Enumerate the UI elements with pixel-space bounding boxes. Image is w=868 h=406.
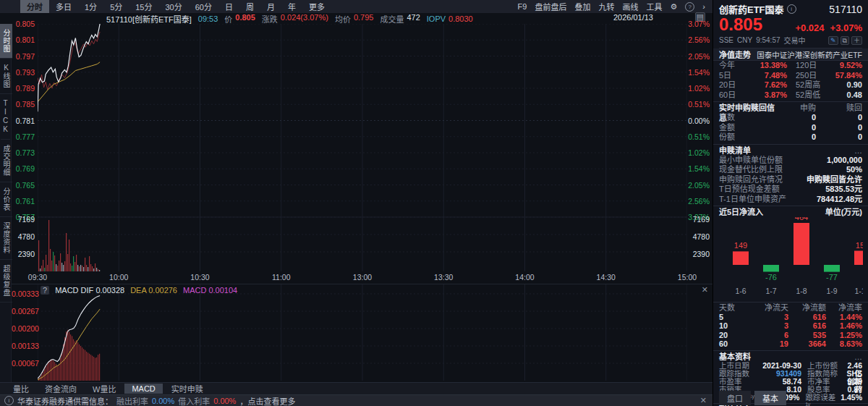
period-tab[interactable]: 更多 — [302, 0, 331, 13]
basic-value: 1.45% — [841, 394, 862, 402]
period-tab[interactable]: 5分 — [103, 0, 129, 13]
currency-label: CNY — [737, 36, 752, 44]
toolbar-item[interactable]: 叠加 — [574, 1, 590, 12]
period-tab[interactable]: 年 — [281, 0, 302, 13]
subscription-row: 金额00 — [719, 123, 862, 133]
period-tab[interactable]: 周 — [239, 0, 260, 13]
percent-axis-label: 0.51% — [688, 132, 710, 141]
column-header: 净流率 — [826, 303, 862, 313]
intraday-chart[interactable] — [38, 24, 687, 271]
svg-text:156: 156 — [856, 241, 863, 250]
redeem-row: 现金替代比例上限50% — [719, 165, 862, 175]
period-tab[interactable]: 15分 — [129, 0, 158, 13]
more-button[interactable]: … — [854, 145, 862, 156]
sidebar-item-view[interactable]: 深度资料 — [0, 217, 12, 260]
time-axis-label: 15:00 — [678, 273, 697, 282]
volume-axis-label: 2390 — [18, 250, 35, 258]
basic-value: 2021-09-30 — [757, 362, 801, 370]
chart-workspace: 分时多日1分5分15分30分60分日周月年更多 F9盘前盘后叠加九转画线工具⚙?… — [0, 0, 712, 406]
svg-text:-77: -77 — [826, 273, 838, 282]
status-text: 华泰证券融券通供需信息： — [17, 395, 113, 406]
close-icon[interactable]: ✕ — [702, 285, 708, 295]
plus-icon[interactable]: ＋ — [851, 36, 862, 45]
price-axis-label: 0.773 — [16, 148, 35, 157]
price-axis-label: 0.781 — [16, 117, 35, 125]
panel-tab[interactable]: 盘口 — [719, 391, 751, 405]
redeem-label: T-1日单位申赎资产 — [719, 195, 786, 205]
edit-icon[interactable]: ✎ — [828, 36, 838, 45]
basic-value: 931409 — [757, 370, 801, 378]
macd-chart[interactable] — [38, 284, 687, 382]
price-axis-label: 0.789 — [16, 84, 35, 93]
cell: 5 — [719, 313, 744, 322]
help-icon[interactable]: ? — [685, 2, 694, 12]
sidebar-item-view[interactable]: 超级复盘 — [0, 260, 12, 303]
macd-dea-value: DEA 0.00276 — [130, 286, 177, 295]
stock-code: 517110 — [829, 4, 862, 15]
sidebar-item-view[interactable]: K线图 — [0, 59, 12, 94]
indicator-tab[interactable]: 资金流向 — [38, 382, 84, 395]
sidebar-item-view[interactable]: 分价表 — [0, 182, 12, 217]
nav-trend-row: 净值走势 国泰中证沪港深创新药产业ETF — [713, 48, 868, 61]
indicator-tab[interactable]: 量比 — [6, 382, 36, 395]
price-axis-label: 0.785 — [16, 100, 35, 109]
period-tab[interactable]: 多日 — [49, 0, 78, 13]
time-axis-label: 11:00 — [272, 273, 291, 282]
flow-chart-title: 近5日净流入 — [719, 207, 763, 217]
price-axis: 0.8050.8010.7970.7930.7890.7850.7810.777… — [12, 24, 36, 271]
toolbar-item[interactable]: 盘前盘后 — [535, 1, 566, 12]
time-axis-label: 09:30 — [28, 273, 47, 282]
sidebar-item-active[interactable]: 分时图 — [0, 24, 12, 59]
indicator-tabs: 量比资金流向W量比MACD实时申赎 — [0, 382, 712, 394]
subscription-value: 0 — [778, 113, 816, 123]
more-button[interactable]: … — [854, 352, 862, 362]
period-tab[interactable]: 1分 — [78, 0, 103, 13]
macd-axis-label: 0.00067 — [12, 359, 35, 368]
panel-tab[interactable]: 基本 — [754, 391, 786, 405]
status-more-link[interactable]: ，点击查看更多 — [239, 395, 295, 406]
sidebar-item-view[interactable]: TICK — [1, 94, 10, 140]
period-tab[interactable]: 60分 — [189, 0, 218, 13]
subscription-row: 份额00 — [719, 132, 862, 143]
period-tab[interactable]: 分时 — [20, 0, 49, 13]
time-axis-label: 13:00 — [353, 273, 372, 282]
perf-label: 250日 — [787, 71, 833, 81]
copy-icon[interactable]: ⧉ — [841, 36, 849, 45]
period-tab[interactable]: 月 — [260, 0, 281, 13]
gear-icon[interactable]: ⚙ — [670, 2, 677, 12]
volume-axis-label: 7169 — [18, 215, 35, 224]
redeem-value: 5835.53元 — [825, 185, 862, 195]
toolbar-item[interactable]: 工具 — [646, 1, 662, 12]
toolbar-item[interactable]: F9 — [518, 2, 527, 11]
indicator-tab[interactable]: MACD — [124, 384, 162, 394]
infobar-volume: 成交量472 — [380, 13, 420, 25]
period-tab[interactable]: 日 — [218, 0, 239, 13]
macd-help-icon[interactable]: ? — [41, 286, 49, 295]
divider — [713, 144, 868, 145]
cell: 1.25% — [826, 331, 862, 340]
price-axis-label: 0.769 — [16, 164, 35, 173]
price-change: +0.024+3.07% — [795, 22, 862, 33]
trade-date: 2026/01/13 — [613, 13, 653, 22]
price-axis-label: 0.793 — [16, 68, 35, 77]
subscription-table: 笔数00金额00份额00 — [719, 113, 862, 143]
period-tab[interactable]: 30分 — [159, 0, 189, 13]
status-bar[interactable]: i 华泰证券融券通供需信息： 融出利率 0.00% 借入利率 0.00% ，点击… — [0, 394, 712, 406]
subscription-value: 0 — [816, 123, 862, 133]
sidebar-item-view[interactable]: 成交明细 — [0, 140, 12, 182]
toolbar-item[interactable]: 九转 — [598, 1, 614, 12]
redeem-label: T日预估现金差额 — [719, 185, 780, 195]
net-inflow-table-header: 天数净流天净流额净流率 — [719, 303, 862, 313]
info-icon[interactable]: i — [787, 4, 796, 14]
toolbar-item[interactable]: 画线 — [622, 1, 638, 12]
redeem-row: 最小申赎单位份额1,000,000 — [719, 156, 862, 166]
indicator-tab[interactable]: 实时申赎 — [164, 382, 210, 395]
subscription-value: 0 — [778, 123, 816, 133]
exchange-label: SSE — [719, 36, 733, 44]
percent-axis-label: 1.02% — [688, 148, 710, 157]
perf-label: 5日 — [719, 71, 742, 81]
macd-axis-label: 0.00267 — [12, 307, 35, 316]
close-icon[interactable]: ✕ — [700, 396, 707, 405]
indicator-tab[interactable]: W量比 — [85, 382, 123, 395]
chevron-right-icon[interactable]: › — [702, 2, 705, 11]
